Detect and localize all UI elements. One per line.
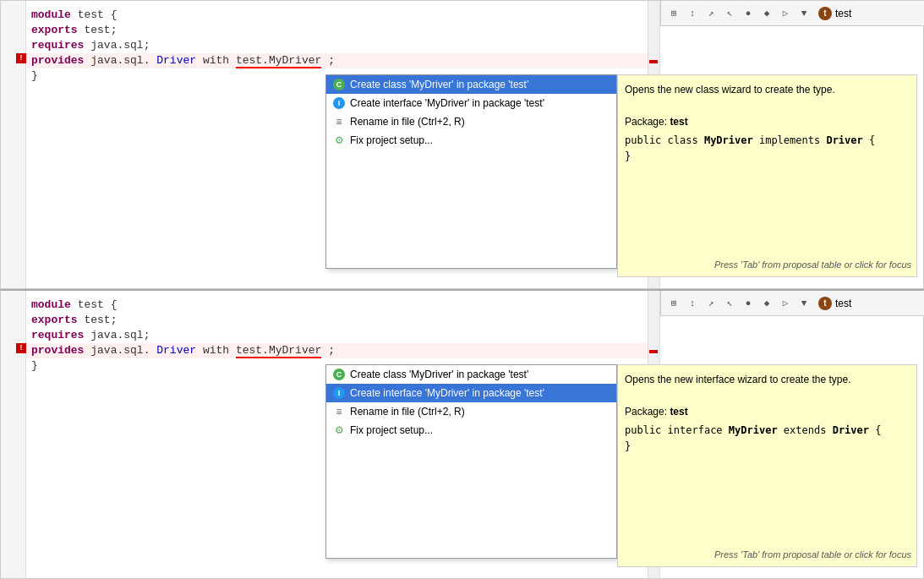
bottom-quickfix-item-fix[interactable]: ⚙ Fix project setup...: [326, 421, 616, 440]
toolbar-btn-sort[interactable]: ↕: [685, 6, 700, 21]
code-line-error: provides java.sql. Driver with test.MyDr…: [26, 343, 659, 358]
quickfix-item-rename[interactable]: ≡ Rename in file (Ctrl+2, R): [326, 112, 616, 131]
toolbar-btn-arrow1[interactable]: ↗: [703, 6, 719, 21]
quickfix-item-create-class[interactable]: C Create class 'MyDriver' in package 'te…: [326, 75, 616, 94]
top-code-content: module test { exports test; requires jav…: [26, 8, 659, 84]
quickfix-label: Fix project setup...: [350, 424, 433, 436]
quickfix-label: Create class 'MyDriver' in package 'test…: [350, 79, 528, 90]
quickfix-label: Rename in file (Ctrl+2, R): [350, 406, 465, 418]
top-desc-code-prefix: public class: [625, 134, 704, 146]
top-desc-code: public class MyDriver implements Driver …: [625, 133, 910, 149]
bottom-quickfix-item-rename[interactable]: ≡ Rename in file (Ctrl+2, R): [326, 402, 616, 421]
top-desc-hint: Press 'Tab' from proposal table or click…: [714, 258, 911, 273]
top-desc-package: Package: test: [625, 114, 910, 130]
toolbar-btn-sort2[interactable]: ↕: [685, 296, 700, 311]
toolbar-btn-menu[interactable]: ▼: [796, 6, 812, 21]
bottom-desc-package-value: test: [670, 406, 687, 418]
bottom-code-content: module test { exports test; requires jav…: [26, 298, 659, 374]
toolbar-btn-layout[interactable]: ⊞: [666, 6, 681, 21]
bottom-quickfix-item-create-interface[interactable]: I Create interface 'MyDriver' in package…: [326, 384, 616, 402]
top-quickfix-popup: C Create class 'MyDriver' in package 'te…: [325, 74, 617, 269]
bottom-desc-driver: Driver: [833, 424, 869, 436]
toolbar-btn-layout2[interactable]: ⊞: [666, 296, 681, 311]
bottom-desc-package: Package: test: [625, 404, 910, 420]
top-desc-driver: Driver: [826, 134, 862, 146]
bottom-create-interface-icon: I: [333, 387, 345, 399]
top-desc-implements: implements: [753, 134, 827, 146]
toolbar-btn-dot[interactable]: ●: [741, 6, 756, 21]
bottom-toolbar: ⊞ ↕ ↗ ↖ ● ◆ ▷ ▼ t test: [660, 291, 924, 316]
bottom-desc-title: Opens the new interface wizard to create…: [625, 372, 910, 388]
bottom-panel: ! module test { exports test; requires j…: [0, 289, 924, 579]
top-desc-package-value: test: [670, 116, 687, 128]
quickfix-item-create-interface[interactable]: I Create interface 'MyDriver' in package…: [326, 94, 616, 112]
bottom-desc-code: public interface MyDriver extends Driver…: [625, 423, 910, 439]
toolbar-btn-play[interactable]: ▷: [778, 6, 793, 21]
scroll-error-marker-bottom: [649, 350, 658, 353]
toolbar-btn-dot4[interactable]: ◆: [759, 296, 774, 311]
bottom-desc-hint: Press 'Tab' from proposal table or click…: [714, 548, 911, 563]
toolbar-btn-dot2[interactable]: ◆: [759, 6, 774, 21]
code-line: requires java.sql;: [26, 328, 659, 343]
bottom-desc-code-close: }: [625, 439, 910, 455]
top-desc-code-close: }: [625, 149, 910, 165]
create-class-icon: C: [333, 79, 345, 90]
code-line: requires java.sql;: [26, 38, 659, 53]
top-test-badge: t test: [818, 7, 851, 20]
test-badge-label-bottom: test: [835, 298, 851, 309]
bottom-desc-code-prefix: public interface: [625, 424, 729, 436]
toolbar-btn-cursor2[interactable]: ↖: [722, 296, 737, 311]
fix-icon: ⚙: [333, 134, 345, 146]
bottom-quickfix-popup: C Create class 'MyDriver' in package 'te…: [325, 364, 617, 559]
create-interface-icon: I: [333, 97, 345, 109]
bottom-desc-mydriver: MyDriver: [729, 424, 778, 436]
bottom-desc-extends: extends: [778, 424, 833, 436]
bottom-error-marker[interactable]: !: [16, 343, 26, 353]
bottom-quickfix-item-create-class[interactable]: C Create class 'MyDriver' in package 'te…: [326, 365, 616, 384]
bottom-test-badge: t test: [818, 297, 851, 310]
toolbar-btn-dot3[interactable]: ●: [741, 296, 756, 311]
bottom-desc-package-label: Package:: [625, 406, 670, 418]
bottom-line-numbers: [1, 291, 26, 578]
bottom-fix-icon: ⚙: [333, 424, 345, 436]
code-line: module test {: [26, 298, 659, 313]
top-toolbar: ⊞ ↕ ↗ ↖ ● ◆ ▷ ▼ t test: [660, 1, 924, 26]
test-badge-label: test: [835, 8, 851, 19]
rename-icon: ≡: [333, 116, 345, 128]
top-desc-title: Opens the new class wizard to create the…: [625, 82, 910, 98]
quickfix-label: Fix project setup...: [350, 134, 433, 146]
quickfix-label: Rename in file (Ctrl+2, R): [350, 116, 465, 128]
bottom-desc-panel: Opens the new interface wizard to create…: [617, 364, 917, 567]
toolbar-btn-arrow2[interactable]: ↗: [703, 296, 719, 311]
quickfix-label: Create interface 'MyDriver' in package '…: [350, 387, 544, 399]
toolbar-btn-cursor[interactable]: ↖: [722, 6, 737, 21]
quickfix-label: Create class 'MyDriver' in package 'test…: [350, 369, 528, 380]
top-desc-package-label: Package:: [625, 116, 670, 128]
test-badge-icon: t: [818, 7, 832, 20]
top-panel: ! module test { exports test; requires j…: [0, 0, 924, 289]
top-error-marker[interactable]: !: [16, 53, 26, 63]
bottom-rename-icon: ≡: [333, 406, 345, 418]
code-line: exports test;: [26, 23, 659, 38]
code-line: module test {: [26, 8, 659, 23]
top-desc-mydriver: MyDriver: [704, 134, 753, 146]
quickfix-label: Create interface 'MyDriver' in package '…: [350, 97, 544, 109]
toolbar-btn-menu2[interactable]: ▼: [796, 296, 812, 311]
quickfix-item-fix[interactable]: ⚙ Fix project setup...: [326, 131, 616, 150]
top-desc-panel: Opens the new class wizard to create the…: [617, 74, 917, 277]
code-line-error: provides java.sql. Driver with test.MyDr…: [26, 53, 659, 68]
toolbar-btn-play2[interactable]: ▷: [778, 296, 793, 311]
test-badge-icon-bottom: t: [818, 297, 832, 310]
bottom-create-class-icon: C: [333, 369, 345, 380]
code-line: exports test;: [26, 313, 659, 328]
top-line-numbers: [1, 1, 26, 288]
scroll-error-marker: [649, 60, 658, 63]
